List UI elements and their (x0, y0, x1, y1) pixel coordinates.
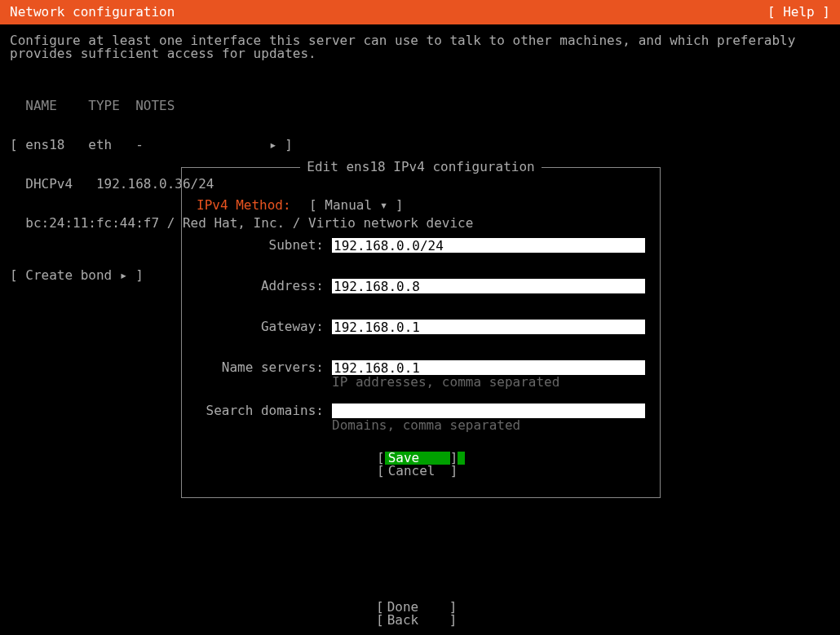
nameservers-label: Name servers: (197, 360, 324, 374)
address-label: Address: (197, 279, 324, 293)
ipv4-config-dialog: Edit ens18 IPv4 configuration IPv4 Metho… (181, 167, 661, 498)
dialog-title: Edit ens18 IPv4 configuration (182, 161, 660, 174)
address-input[interactable] (332, 279, 645, 293)
chevron-right-icon: ▸ (269, 137, 277, 152)
footer-buttons: [Done] [Back] (0, 601, 840, 627)
dialog-buttons: [Save] [Cancel] (197, 452, 645, 478)
searchdomains-label: Search domains: (197, 403, 324, 417)
address-row: Address: (197, 279, 645, 293)
help-button[interactable]: [ Help ] (767, 6, 830, 19)
searchdomains-row: Search domains: Domains, comma separated (197, 403, 645, 432)
header-bar: Network configuration [ Help ] (0, 0, 840, 24)
ipv4-method-select[interactable]: [ Manual ▾ ] (309, 199, 404, 212)
intro-text: Configure at least one interface this se… (10, 34, 830, 60)
gateway-label: Gateway: (197, 320, 324, 333)
nameservers-input[interactable] (332, 360, 645, 375)
cancel-button[interactable]: [Cancel] (377, 465, 465, 478)
nameservers-row: Name servers: IP addresses, comma separa… (197, 360, 645, 389)
back-button[interactable]: [Back] (376, 614, 464, 627)
ipv4-method-row: IPv4 Method: [ Manual ▾ ] (197, 199, 645, 212)
gateway-input[interactable] (332, 320, 645, 334)
subnet-label: Subnet: (197, 238, 324, 252)
iface-row-ens18[interactable]: [ ens18 eth - ▸ ] (10, 139, 830, 152)
gateway-row: Gateway: (197, 320, 645, 334)
subnet-row: Subnet: (197, 238, 645, 253)
nameservers-hint: IP addresses, comma separated (332, 376, 645, 389)
page-title: Network configuration (10, 6, 175, 19)
ipv4-method-label: IPv4 Method: (197, 199, 309, 212)
searchdomains-hint: Domains, comma separated (332, 419, 645, 432)
iface-columns: NAME TYPE NOTES (10, 99, 830, 112)
chevron-down-icon: ▾ (380, 197, 388, 213)
searchdomains-input[interactable] (332, 403, 645, 418)
subnet-input[interactable] (332, 238, 645, 253)
